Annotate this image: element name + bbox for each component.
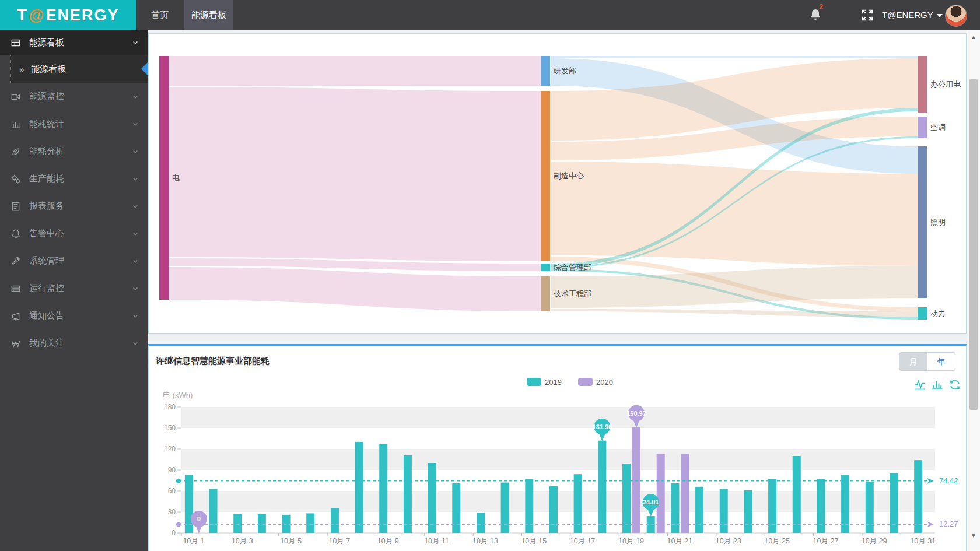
sankey-link-dian-jishu[interactable]: [169, 267, 541, 311]
bar-2019[interactable]: [477, 513, 485, 533]
sankey-node-label-kongtiao: 空调: [930, 123, 946, 132]
sankey-node-label-jishu: 技术工程部: [553, 289, 592, 298]
chevron-down-icon: [937, 14, 943, 17]
bar-2019[interactable]: [209, 489, 218, 533]
tab-energy-dashboard[interactable]: 能源看板: [184, 0, 233, 30]
sidebar-item-3[interactable]: 能耗分析: [0, 138, 148, 165]
bar-2019[interactable]: [355, 442, 363, 533]
bar-2019[interactable]: [404, 455, 412, 533]
sankey-node-zonghe[interactable]: [541, 264, 550, 271]
sankey-node-jishu[interactable]: [541, 276, 550, 311]
sankey-link-yanfa-bangong[interactable]: [551, 56, 918, 58]
x-tick-label: 10月 23: [716, 537, 741, 545]
username-label: T@ENERGY: [882, 10, 933, 20]
chevron-down-icon: [132, 230, 139, 237]
sidebar-item-7[interactable]: 系统管理: [0, 247, 148, 275]
bar-2019[interactable]: [525, 479, 533, 533]
bar-2019[interactable]: [914, 460, 922, 533]
logo-text: T: [18, 6, 29, 24]
bar-2019[interactable]: [282, 515, 290, 533]
y-tick-label: 180: [164, 403, 176, 411]
scroll-down-icon[interactable]: ▼: [967, 530, 980, 542]
sankey-link-dian-yanfa[interactable]: [169, 56, 541, 86]
sidebar-item-10[interactable]: 我的关注: [0, 329, 148, 357]
sankey-node-bangong[interactable]: [918, 56, 927, 113]
bar-2019[interactable]: [768, 479, 776, 533]
bar-2019[interactable]: [744, 490, 752, 533]
bar-2020[interactable]: [681, 454, 689, 533]
page-scrollbar[interactable]: ▲ ▼: [967, 30, 980, 551]
bar-2019[interactable]: [550, 486, 558, 533]
bar-2019[interactable]: [598, 441, 606, 533]
sankey-node-label-bangong: 办公用电: [930, 80, 961, 89]
legend-swatch-2020[interactable]: [578, 378, 593, 386]
sidebar-item-5[interactable]: 报表服务: [0, 192, 148, 220]
avg-line-label: 12.27: [939, 520, 958, 528]
zebra-band: [181, 407, 935, 428]
sankey-node-label-dongli: 动力: [930, 309, 946, 318]
scroll-up-icon[interactable]: ▲: [967, 31, 980, 43]
bar-2019[interactable]: [793, 456, 801, 533]
sidebar-subitem-energy-dashboard[interactable]: »能源看板: [10, 55, 148, 83]
x-tick-label: 10月 25: [764, 537, 790, 545]
sankey-link-dian-zhizao[interactable]: [169, 87, 541, 261]
chevron-down-icon: [132, 258, 139, 265]
logo-at-icon: @: [29, 6, 45, 24]
sankey-link-zhizao-zhaoming[interactable]: [551, 162, 918, 266]
sidebar-item-4[interactable]: 生产能耗: [0, 165, 148, 192]
tab-home[interactable]: 首页: [142, 0, 177, 30]
bar-2020[interactable]: [632, 427, 640, 533]
chevron-down-icon: [132, 121, 139, 128]
bar-2019[interactable]: [695, 487, 704, 533]
x-tick-label: 10月 11: [424, 537, 449, 545]
bar-2019[interactable]: [720, 489, 728, 533]
user-menu[interactable]: T@ENERGY: [882, 0, 943, 30]
logo-text-rest: ENERGY: [46, 6, 119, 24]
bar-2019[interactable]: [817, 479, 825, 533]
bar-2019[interactable]: [306, 513, 314, 533]
sankey-node-zhizao[interactable]: [541, 91, 550, 261]
avg-line-arrow-icon: [927, 521, 934, 527]
chevron-down-icon: [132, 340, 139, 347]
x-tick-label: 10月 19: [618, 537, 644, 545]
notification-bell-icon[interactable]: [808, 7, 828, 24]
x-tick-label: 10月 5: [280, 537, 302, 545]
sankey-node-yanfa[interactable]: [541, 56, 550, 86]
bar-2019[interactable]: [331, 508, 339, 533]
sankey-node-label-yanfa: 研发部: [553, 66, 576, 75]
scrollbar-thumb[interactable]: [970, 79, 978, 410]
bar-2019[interactable]: [428, 463, 436, 533]
avg-line-dot: [176, 479, 181, 483]
sankey-node-kongtiao[interactable]: [918, 117, 927, 138]
sankey-node-zhaoming[interactable]: [918, 146, 927, 298]
sidebar-item-0[interactable]: 能源看板: [0, 30, 148, 55]
system-icon: [10, 256, 21, 266]
bar-2019[interactable]: [866, 482, 874, 533]
y-tick-label: 0: [172, 529, 176, 537]
sidebar-item-2[interactable]: 能耗统计: [0, 110, 148, 138]
bar-2019[interactable]: [233, 514, 242, 533]
bar-2019[interactable]: [671, 483, 679, 533]
bar-2019[interactable]: [622, 464, 631, 533]
bar-2019[interactable]: [379, 444, 387, 533]
bar-2019[interactable]: [501, 483, 509, 533]
sidebar-item-label: 告警中心: [29, 228, 64, 239]
fullscreen-icon[interactable]: [861, 9, 874, 22]
sidebar-item-1[interactable]: 能源监控: [0, 83, 148, 110]
sankey-link-jishu-dongli[interactable]: [551, 309, 918, 317]
sidebar-item-8[interactable]: 运行监控: [0, 275, 148, 302]
bar-2019[interactable]: [452, 483, 460, 533]
app-logo: T@ENERGY: [0, 0, 136, 30]
avatar[interactable]: [945, 5, 967, 27]
legend-swatch-2019[interactable]: [527, 378, 541, 386]
mark-pin-value: 150.97: [626, 410, 646, 417]
bar-2019[interactable]: [258, 514, 266, 533]
x-tick-label: 10月 7: [328, 537, 350, 545]
sankey-node-dian[interactable]: [159, 56, 169, 300]
sidebar-item-label: 生产能耗: [29, 173, 64, 184]
sidebar-item-6[interactable]: 告警中心: [0, 220, 148, 247]
sidebar-item-9[interactable]: 通知公告: [0, 302, 148, 329]
bar-2020[interactable]: [657, 454, 665, 533]
sidebar-item-label: 能耗统计: [29, 118, 64, 129]
sankey-node-dongli[interactable]: [918, 307, 927, 320]
